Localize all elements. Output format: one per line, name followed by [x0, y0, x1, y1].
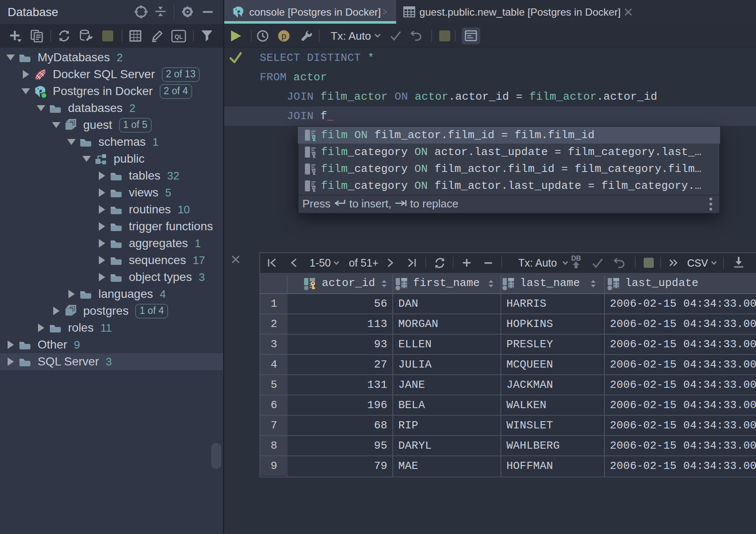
svg-text:QL: QL [174, 33, 183, 40]
svg-text:p: p [281, 31, 286, 41]
svg-text:DB: DB [571, 255, 581, 262]
